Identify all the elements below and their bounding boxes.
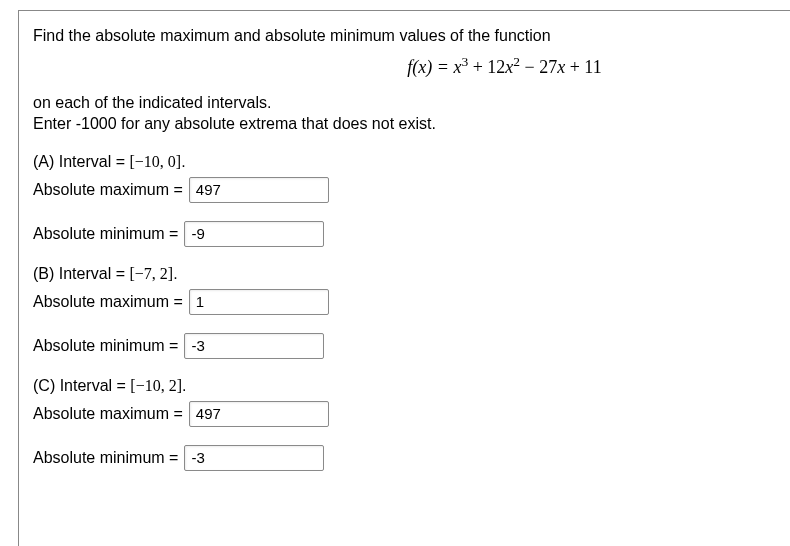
question-intro: Find the absolute maximum and absolute m… <box>33 25 776 47</box>
part-c-min-line: Absolute minimum = <box>33 445 776 471</box>
part-b-interval-line: (B) Interval = [−7, 2]. <box>33 265 776 283</box>
eq-plus1: + 12 <box>468 57 505 77</box>
part-c-interval: [−10, 2] <box>130 377 182 394</box>
part-a-max-line: Absolute maximum = <box>33 177 776 203</box>
part-c-max-label: Absolute maximum = <box>33 405 183 423</box>
part-b-min-input[interactable] <box>184 333 324 359</box>
equation-lhs: f(x) = <box>407 57 453 77</box>
eq-plus2: + 11 <box>565 57 601 77</box>
part-a-label: (A) Interval = <box>33 153 129 170</box>
part-b-max-input[interactable] <box>189 289 329 315</box>
part-a-min-label: Absolute minimum = <box>33 225 178 243</box>
part-b-max-line: Absolute maximum = <box>33 289 776 315</box>
part-a-max-label: Absolute maximum = <box>33 181 183 199</box>
part-b-min-line: Absolute minimum = <box>33 333 776 359</box>
part-b-label: (B) Interval = <box>33 265 129 282</box>
enter-instruction: Enter -1000 for any absolute extrema tha… <box>33 115 436 132</box>
part-a-interval: [−10, 0] <box>129 153 181 170</box>
part-c-min-label: Absolute minimum = <box>33 449 178 467</box>
part-a-min-line: Absolute minimum = <box>33 221 776 247</box>
on-intervals-text: on each of the indicated intervals. <box>33 94 271 111</box>
interval-instructions: on each of the indicated intervals. Ente… <box>33 92 776 135</box>
part-c-max-input[interactable] <box>189 401 329 427</box>
part-c-max-line: Absolute maximum = <box>33 401 776 427</box>
part-a-max-input[interactable] <box>189 177 329 203</box>
part-c-label: (C) Interval = <box>33 377 130 394</box>
part-a-dot: . <box>181 153 185 170</box>
function-equation: f(x) = x3 + 12x2 − 27x + 11 <box>33 57 776 78</box>
part-c-min-input[interactable] <box>184 445 324 471</box>
part-b-min-label: Absolute minimum = <box>33 337 178 355</box>
part-b-dot: . <box>173 265 177 282</box>
part-c-interval-line: (C) Interval = [−10, 2]. <box>33 377 776 395</box>
part-b-interval: [−7, 2] <box>129 265 173 282</box>
eq-minus: − 27 <box>520 57 557 77</box>
part-c-dot: . <box>182 377 186 394</box>
question-container: Find the absolute maximum and absolute m… <box>18 10 790 546</box>
part-a-interval-line: (A) Interval = [−10, 0]. <box>33 153 776 171</box>
part-b-max-label: Absolute maximum = <box>33 293 183 311</box>
part-a-min-input[interactable] <box>184 221 324 247</box>
